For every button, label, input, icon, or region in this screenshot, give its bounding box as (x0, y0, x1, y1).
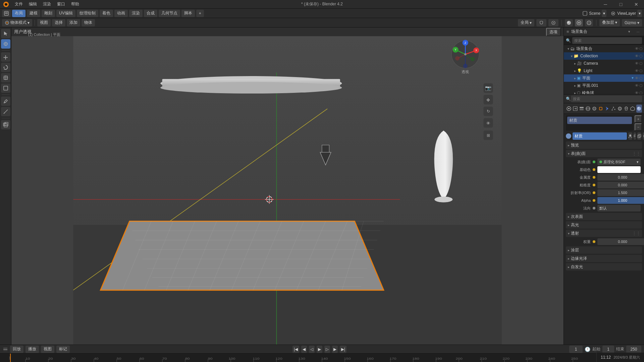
material-name-input[interactable] (573, 132, 627, 140)
tab-compositing[interactable]: 合成 (144, 10, 157, 17)
tab-uv[interactable]: UV编辑 (56, 10, 75, 17)
tab-animation[interactable]: 动画 (114, 10, 128, 17)
prop-tab-constraint[interactable] (624, 105, 629, 113)
outliner-item-collection[interactable]: ▾ 📁 Collection 👁 ⬡ (564, 52, 644, 60)
section-coat[interactable]: ▸ 涂层 (566, 246, 642, 254)
rendered-shading-btn[interactable] (585, 19, 593, 26)
prev-frame-btn[interactable]: ◁ (309, 346, 315, 353)
outliner-item-scene-collection[interactable]: ▾ 🗂 场景集合 👁 ⬡ (564, 45, 644, 52)
tab-shading[interactable]: 着色 (100, 10, 113, 17)
outliner-visibility-icon[interactable]: 👁 (635, 91, 639, 95)
current-frame-input[interactable] (569, 346, 583, 353)
next-frame-btn[interactable]: ▷ (324, 346, 330, 353)
base-color-swatch[interactable] (597, 166, 641, 173)
prop-tab-material[interactable] (636, 105, 642, 113)
outliner-filter-btn[interactable]: ▾ (626, 28, 633, 35)
timeline-view-btn[interactable]: 视图 (41, 346, 54, 353)
mode-selector[interactable]: 物体模式 ▾ (2, 19, 32, 26)
menu-file[interactable]: 文件 (12, 1, 25, 8)
outliner-item-camera[interactable]: ▸ 🎥 Camera 👁 ⬡ (564, 60, 644, 67)
prop-tab-particles[interactable] (611, 105, 616, 113)
outliner-visibility-icon[interactable]: 👁 (635, 61, 639, 66)
viewport-proportional-btn[interactable] (548, 19, 558, 26)
menu-object[interactable]: 物体 (82, 19, 95, 26)
timeline-playback2-btn[interactable]: 播放 (25, 346, 39, 353)
prop-tab-world[interactable] (591, 105, 597, 113)
outliner-render-icon[interactable]: ⬡ (639, 61, 643, 66)
viewport-options-button[interactable]: 选项 (546, 28, 561, 36)
section-preview[interactable]: ▸ 预览 (566, 141, 642, 149)
material-delete-btn[interactable]: ✕ (643, 132, 644, 140)
tool-cursor[interactable] (1, 39, 10, 49)
menu-window[interactable]: 窗口 (54, 1, 68, 8)
prop-tab-physics[interactable] (617, 105, 623, 113)
menu-edit[interactable]: 编辑 (26, 1, 40, 8)
viewlayer-dropdown[interactable]: ▾ (637, 10, 642, 17)
timeline-ruler[interactable]: 1 10 20 30 40 50 60 70 80 90 100 110 120… (0, 354, 644, 362)
material-remove-btn[interactable]: − (635, 123, 642, 131)
maximize-button[interactable]: □ (613, 0, 629, 9)
overlay-btn[interactable]: 叠加层 ▾ (599, 19, 620, 26)
prop-tab-viewlayer[interactable] (579, 105, 584, 113)
prop-tab-modifier[interactable] (604, 105, 610, 113)
section-specular[interactable]: ▸ 高光 (566, 221, 642, 229)
section-transmission[interactable]: ▾ 透射 ⋮⋮ (566, 230, 642, 237)
gizmo-btn[interactable]: Gizmo ▾ (622, 19, 642, 26)
prop-search-input[interactable] (571, 96, 642, 102)
tool-move[interactable] (1, 52, 10, 62)
prev-keyframe-btn[interactable]: ◀ (301, 346, 307, 353)
material-fake-user-btn[interactable]: F (634, 132, 636, 140)
material-copy-btn[interactable] (637, 132, 641, 140)
outliner-render-icon[interactable]: ⬡ (639, 54, 643, 58)
ior-input[interactable] (597, 189, 644, 196)
section-subsurface[interactable]: ▸ 次表面 (566, 213, 642, 220)
viewport-snap-btn[interactable] (536, 19, 546, 26)
material-user-btn[interactable] (628, 132, 632, 140)
menu-select[interactable]: 选择 (52, 19, 65, 26)
outliner-item-plane[interactable]: ▸ ▣ 平面 ▼ 👁 ⬡ (564, 74, 644, 82)
frame-start-input[interactable] (602, 346, 614, 353)
prop-tab-scene[interactable] (585, 105, 591, 113)
tool-add-cube[interactable] (1, 120, 10, 129)
close-button[interactable]: ✕ (629, 0, 644, 9)
outliner-item-metaball[interactable]: ▸ ⬡ 棱角球 👁 ⬡ (564, 89, 644, 94)
outliner-render-icon[interactable]: ⬡ (639, 76, 643, 80)
outliner-visibility-icon[interactable]: 👁 (635, 54, 639, 58)
tab-texture-paint[interactable]: 纹理绘制 (77, 10, 98, 17)
outliner-render-icon[interactable]: ⬡ (639, 91, 643, 95)
tool-transform[interactable] (1, 83, 10, 93)
tab-modeling[interactable]: 建模 (27, 10, 40, 17)
section-surface[interactable]: ▾ 表(曲)面 ⋮⋮ (566, 150, 642, 157)
roughness-input[interactable] (597, 182, 644, 188)
viewport-global-selector[interactable]: 全局 ▾ (518, 19, 534, 26)
normal-selector[interactable]: 默认 (597, 205, 641, 212)
tab-add[interactable]: + (196, 10, 204, 17)
tool-scale[interactable] (1, 73, 10, 82)
outliner-render-icon[interactable]: ⬡ (639, 83, 643, 88)
alpha-input[interactable] (597, 197, 644, 204)
jump-end-btn[interactable]: ▶| (340, 346, 346, 353)
outliner-options-btn[interactable]: ··· (635, 28, 641, 35)
tab-rendering[interactable]: 渲染 (129, 10, 143, 17)
timeline-markers-btn[interactable]: 标记 (56, 346, 70, 353)
scene-dropdown[interactable]: ▾ (602, 10, 606, 17)
tool-annotate[interactable] (1, 97, 10, 106)
surface-type-selector[interactable]: 原理化 BSDF ▾ (597, 159, 641, 165)
tool-measure[interactable] (1, 107, 10, 116)
play-btn[interactable]: ▶ (317, 346, 322, 353)
workspace-icon[interactable] (2, 10, 11, 17)
viewport-3d[interactable]: 用户透视 (1) Collection | 平面 选项 (11, 27, 564, 345)
outliner-visibility-icon[interactable]: 👁 (635, 83, 639, 88)
section-emission[interactable]: ▸ 自发光 (566, 263, 642, 270)
transmission-weight-input[interactable] (597, 238, 644, 245)
tab-layout[interactable]: 布局 (12, 10, 25, 17)
next-keyframe-btn[interactable]: ▶ (332, 346, 338, 353)
prop-tab-data[interactable] (630, 105, 636, 113)
jump-start-btn[interactable]: |◀ (292, 346, 299, 353)
section-sheen[interactable]: ▸ 边缘光泽 (566, 255, 642, 262)
outliner-visibility-icon[interactable]: 👁 (635, 76, 639, 80)
outliner-search-input[interactable] (572, 37, 642, 44)
tab-scripting[interactable]: 脚本 (181, 10, 195, 17)
solid-shading-btn[interactable] (565, 19, 573, 26)
menu-view[interactable]: 视图 (37, 19, 51, 26)
